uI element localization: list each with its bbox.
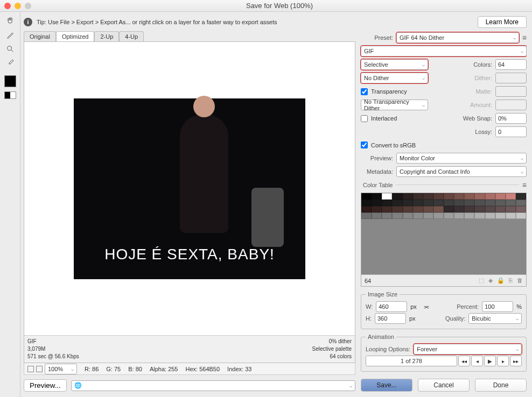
color-swatch[interactable] <box>485 193 495 200</box>
done-button[interactable]: Done <box>475 379 527 392</box>
height-input[interactable]: 360 <box>375 313 406 324</box>
color-swatch[interactable] <box>506 206 516 212</box>
window-controls[interactable] <box>4 3 31 9</box>
color-swatch[interactable] <box>392 212 402 219</box>
link-icon[interactable]: ⫘ <box>420 303 433 310</box>
tab-original[interactable]: Original <box>24 31 56 41</box>
percent-input[interactable]: 100 <box>482 301 513 312</box>
tab-4up[interactable]: 4-Up <box>119 31 144 41</box>
reduction-select[interactable]: Selective⌵ <box>361 59 428 70</box>
color-swatch[interactable] <box>506 193 516 200</box>
tab-2up[interactable]: 2-Up <box>94 31 119 41</box>
color-swatch[interactable] <box>361 193 372 200</box>
color-swatch[interactable] <box>495 200 506 206</box>
color-swatch[interactable] <box>423 200 433 206</box>
websnap-input[interactable]: 0% <box>495 113 527 124</box>
color-swatch[interactable] <box>413 193 423 200</box>
color-swatch[interactable] <box>444 200 454 206</box>
color-swatch[interactable] <box>372 200 382 206</box>
color-table[interactable]: 64 ⬚ ◈ 🔒 ⎘ 🗑 <box>361 193 527 287</box>
color-swatch[interactable] <box>506 200 516 206</box>
color-swatch[interactable] <box>516 193 526 200</box>
color-swatch[interactable] <box>474 200 485 206</box>
prev-frame-button[interactable]: ◂ <box>471 356 483 366</box>
format-select[interactable]: GIF⌵ <box>361 46 527 56</box>
color-swatch[interactable] <box>495 193 506 200</box>
color-swatch[interactable] <box>506 212 516 219</box>
lossy-input[interactable]: 0 <box>495 126 527 137</box>
next-frame-button[interactable]: ▸ <box>497 356 509 366</box>
color-swatch[interactable] <box>485 200 495 206</box>
color-swatch[interactable] <box>454 212 464 219</box>
metadata-select[interactable]: Copyright and Contact Info⌵ <box>396 166 527 177</box>
color-swatch[interactable] <box>464 206 474 212</box>
preset-menu-icon[interactable]: ≡ <box>522 33 527 42</box>
color-swatch[interactable] <box>474 193 485 200</box>
color-swatch[interactable] <box>485 206 495 212</box>
preview-mode-select[interactable]: Monitor Color⌵ <box>396 153 527 164</box>
color-swatch[interactable] <box>372 206 382 212</box>
toggle-swatch[interactable] <box>4 91 16 99</box>
color-swatch[interactable] <box>382 206 392 212</box>
learn-more-button[interactable]: Learn More <box>478 16 527 28</box>
color-swatch[interactable] <box>444 193 454 200</box>
transparency-checkbox[interactable] <box>361 88 368 95</box>
color-swatch[interactable] <box>433 212 444 219</box>
ct-new-icon[interactable]: ⎘ <box>509 277 513 284</box>
zoom-tool-icon[interactable] <box>3 43 18 55</box>
color-swatch[interactable] <box>372 193 382 200</box>
color-swatch[interactable] <box>464 193 474 200</box>
preset-select[interactable]: GIF 64 No Dither⌵ <box>396 32 519 43</box>
dither-method-select[interactable]: No Dither⌵ <box>361 73 428 83</box>
srgb-checkbox[interactable] <box>361 141 368 148</box>
slice-tool-icon[interactable] <box>3 29 18 41</box>
color-swatch[interactable] <box>485 212 495 219</box>
close-icon[interactable] <box>4 3 11 9</box>
color-swatch[interactable] <box>403 212 413 219</box>
color-swatch[interactable] <box>423 206 433 212</box>
color-swatch[interactable] <box>454 193 464 200</box>
last-frame-button[interactable]: ▸▸ <box>510 356 522 366</box>
color-swatch[interactable] <box>413 206 423 212</box>
color-swatch[interactable] <box>423 212 433 219</box>
ct-shift-icon[interactable]: ◈ <box>488 277 493 284</box>
minimize-icon[interactable] <box>15 3 21 9</box>
tab-optimized[interactable]: Optimized <box>56 31 95 41</box>
quality-select[interactable]: Bicubic⌵ <box>468 313 522 324</box>
color-swatch[interactable] <box>372 212 382 219</box>
browser-select[interactable]: 🌐⌵ <box>71 380 355 391</box>
color-swatch[interactable] <box>382 200 392 206</box>
color-swatch[interactable] <box>516 200 526 206</box>
color-swatch[interactable] <box>495 212 506 219</box>
color-swatch[interactable] <box>361 200 372 206</box>
color-swatch[interactable] <box>403 193 413 200</box>
color-swatch[interactable] <box>464 200 474 206</box>
color-swatch[interactable] <box>361 212 372 219</box>
ct-trash-icon[interactable]: 🗑 <box>517 277 523 284</box>
zoom-icon[interactable] <box>25 3 31 9</box>
color-swatch[interactable] <box>444 206 454 212</box>
loop-select[interactable]: Forever⌵ <box>414 344 522 355</box>
color-swatch[interactable] <box>423 193 433 200</box>
grid-icon[interactable] <box>27 366 34 372</box>
ct-map-icon[interactable]: ⬚ <box>479 277 484 284</box>
color-swatch[interactable] <box>382 193 392 200</box>
color-swatch[interactable] <box>464 212 474 219</box>
color-swatch[interactable] <box>454 206 464 212</box>
color-swatch[interactable] <box>516 206 526 212</box>
save-button[interactable]: Save... <box>361 379 412 392</box>
color-swatch[interactable] <box>392 206 402 212</box>
color-swatch[interactable] <box>454 200 464 206</box>
color-swatch[interactable] <box>413 212 423 219</box>
color-swatch[interactable] <box>382 212 392 219</box>
first-frame-button[interactable]: ◂◂ <box>458 356 470 366</box>
color-swatch[interactable] <box>495 206 506 212</box>
color-swatch[interactable] <box>474 212 485 219</box>
grid2-icon[interactable] <box>36 366 43 372</box>
color-swatch[interactable] <box>361 206 372 212</box>
eyedropper-tool-icon[interactable] <box>3 57 18 69</box>
color-swatch[interactable] <box>392 200 402 206</box>
canvas[interactable]: HOJE É SEXTA, BABY! <box>24 42 355 335</box>
colors-input[interactable]: 64 <box>495 59 527 70</box>
color-swatch[interactable] <box>433 200 444 206</box>
